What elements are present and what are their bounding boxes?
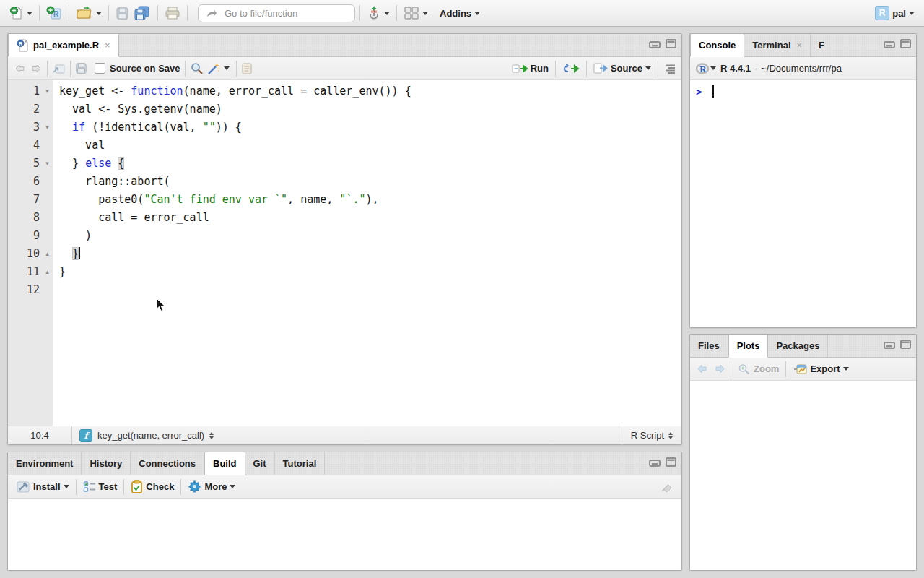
console-toolbar: R R 4.4.1 · ~/Documents/rrr/pa [690,57,916,80]
new-file-button[interactable] [7,4,35,22]
code-line[interactable]: 3▾ if (!identical(val, "")) { [8,118,681,137]
code-text: if (!identical(val, "")) { [53,118,242,137]
code-line[interactable]: 7 paste0("Can't find env var `", name, "… [8,191,681,209]
export-plot-button[interactable]: Export [790,362,850,376]
updown-icon [668,432,673,439]
code-line[interactable]: 5▾ } else { [8,155,681,173]
tab-files[interactable]: Files [690,335,728,357]
rerun-button[interactable] [560,61,582,75]
line-number: 6 [8,173,42,191]
console-output[interactable]: > [690,80,916,327]
code-tools-button[interactable] [204,61,232,77]
minimize-pane-icon[interactable] [649,457,661,467]
source-on-save-checkbox[interactable] [95,63,105,74]
tab-git[interactable]: Git [245,452,275,475]
project-name: pal [892,8,906,19]
chevron-down-icon [843,367,849,371]
maximize-pane-icon[interactable] [666,39,676,48]
back-icon[interactable] [14,63,27,74]
chevron-down-icon [474,12,480,15]
find-replace-icon[interactable] [190,62,204,75]
pane-layout-button[interactable] [401,4,430,22]
line-number: 4 [8,137,42,155]
minimize-pane-icon[interactable] [649,39,661,48]
print-button[interactable] [162,4,183,22]
document-outline-icon[interactable] [663,64,676,74]
new-project-button[interactable]: R [44,4,64,22]
chevron-down-icon [230,485,235,488]
tab-label: Build [213,458,237,469]
code-line[interactable]: 4 val [8,137,681,155]
working-directory[interactable]: ~/Documents/rrr/pa [761,63,842,74]
minimize-pane-icon[interactable] [884,39,896,48]
goto-file-function-input[interactable] [223,7,334,20]
more-build-button[interactable]: More [186,478,237,495]
doc-type-label: R Script [631,430,664,441]
project-menu-button[interactable]: R pal [873,4,917,22]
close-icon[interactable]: × [105,40,110,51]
fold-marker[interactable]: ▾ [42,118,53,137]
toolbar-separator [785,361,786,377]
show-in-new-window-icon[interactable] [52,63,66,74]
tab-label: F [819,40,824,51]
fold-marker[interactable]: ▴ [42,263,53,281]
fold-marker[interactable]: ▾ [42,155,53,173]
goto-file-function-box[interactable] [198,4,355,22]
tab-background-jobs[interactable]: F [811,34,826,56]
tab-history[interactable]: History [82,452,131,475]
source-button[interactable]: Source [591,61,653,75]
test-button[interactable]: Test [81,479,120,495]
line-number: 11 [8,263,42,281]
save-button[interactable] [113,5,131,22]
code-line[interactable]: 9 ) [8,227,681,245]
tab-plots[interactable]: Plots [728,335,769,358]
chevron-down-icon [64,485,69,488]
save-icon[interactable] [75,62,87,74]
tab-tutorial[interactable]: Tutorial [275,452,326,475]
previous-plot-icon[interactable] [696,363,709,374]
tab-pal-example[interactable]: R pal_example.R × [8,34,119,57]
code-line[interactable]: 11▴} [8,263,681,281]
run-button[interactable]: Run [510,61,551,75]
tab-connections[interactable]: Connections [131,452,204,475]
tab-console[interactable]: Console [690,34,744,57]
code-line[interactable]: 1▾key_get <- function(name, error_call =… [8,82,681,100]
forward-icon[interactable] [30,63,43,74]
goto-arrow-icon [206,8,217,18]
open-file-button[interactable] [74,4,104,22]
tab-packages[interactable]: Packages [768,335,828,357]
chevron-down-icon[interactable] [710,66,716,70]
tab-label: Packages [776,340,819,351]
session-button[interactable] [365,4,392,22]
close-icon[interactable]: × [797,40,803,51]
print-icon [165,6,180,20]
tab-environment[interactable]: Environment [8,452,82,475]
minimize-pane-icon[interactable] [884,340,896,349]
tab-label: Terminal [752,40,790,51]
code-line[interactable]: 6 rlang::abort( [8,173,681,191]
check-button[interactable]: Check [128,478,176,495]
code-editor[interactable]: 1▾key_get <- function(name, error_call =… [8,80,681,426]
zoom-plot-button[interactable]: Zoom [736,362,781,376]
maximize-pane-icon[interactable] [900,39,911,48]
fold-marker[interactable]: ▴ [42,245,53,263]
save-all-button[interactable] [131,4,153,22]
code-line[interactable]: 8 call = error_call [8,209,681,227]
doc-type-selector[interactable]: R Script [622,426,681,444]
code-line[interactable]: 2 val <- Sys.getenv(name) [8,100,681,118]
clear-broom-icon[interactable] [660,480,676,493]
maximize-pane-icon[interactable] [666,457,676,467]
function-scope-selector[interactable]: f key_get(name, error_call) [72,429,221,442]
next-plot-icon[interactable] [713,363,726,374]
console-pane: Console Terminal × F R R 4.4.1 · ~/Docum… [689,33,917,328]
code-line[interactable]: 10▴ } [8,245,681,263]
files-tabstrip: Files Plots Packages [690,335,916,358]
addins-button[interactable]: Addins [437,7,482,20]
compile-report-icon[interactable] [241,62,253,75]
fold-marker[interactable]: ▾ [42,82,53,100]
tab-build[interactable]: Build [204,452,245,475]
install-button[interactable]: Install [14,479,71,495]
code-line[interactable]: 12 [8,281,681,299]
tab-terminal[interactable]: Terminal × [744,34,811,56]
maximize-pane-icon[interactable] [900,340,911,349]
